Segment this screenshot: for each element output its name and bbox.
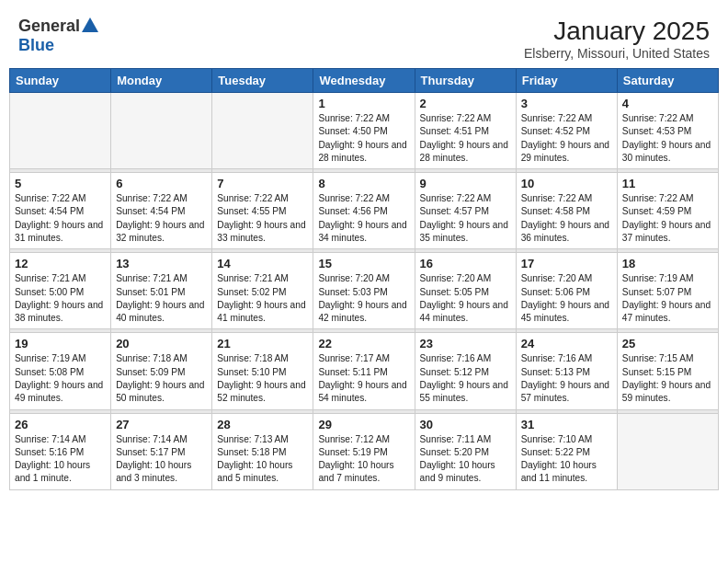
day-number: 7 <box>217 177 308 190</box>
day-info: Sunrise: 7:22 AMSunset: 4:52 PMDaylight:… <box>521 112 612 165</box>
day-info: Sunrise: 7:22 AMSunset: 4:56 PMDaylight:… <box>318 192 409 245</box>
page-subtitle: Elsberry, Missouri, United States <box>524 46 710 61</box>
day-info: Sunrise: 7:16 AMSunset: 5:12 PMDaylight:… <box>420 352 511 405</box>
day-info: Sunrise: 7:20 AMSunset: 5:05 PMDaylight:… <box>420 272 511 325</box>
day-info: Sunrise: 7:21 AMSunset: 5:01 PMDaylight:… <box>116 272 207 325</box>
day-number: 29 <box>318 418 409 431</box>
table-row: 7Sunrise: 7:22 AMSunset: 4:55 PMDaylight… <box>212 173 313 249</box>
table-row: 12Sunrise: 7:21 AMSunset: 5:00 PMDayligh… <box>10 253 111 329</box>
col-saturday: Saturday <box>617 69 718 93</box>
calendar-week-2: 5Sunrise: 7:22 AMSunset: 4:54 PMDaylight… <box>10 173 719 249</box>
table-row: 4Sunrise: 7:22 AMSunset: 4:53 PMDaylight… <box>617 93 718 169</box>
day-number: 16 <box>420 257 511 270</box>
day-number: 24 <box>521 337 612 350</box>
calendar-table: Sunday Monday Tuesday Wednesday Thursday… <box>9 68 719 490</box>
table-row: 14Sunrise: 7:21 AMSunset: 5:02 PMDayligh… <box>212 253 313 329</box>
day-info: Sunrise: 7:22 AMSunset: 4:51 PMDaylight:… <box>420 112 511 165</box>
day-number: 11 <box>622 177 713 190</box>
day-info: Sunrise: 7:10 AMSunset: 5:22 PMDaylight:… <box>521 433 612 486</box>
col-tuesday: Tuesday <box>212 69 313 93</box>
day-info: Sunrise: 7:21 AMSunset: 5:02 PMDaylight:… <box>217 272 308 325</box>
day-number: 20 <box>116 337 207 350</box>
day-info: Sunrise: 7:19 AMSunset: 5:08 PMDaylight:… <box>15 352 106 405</box>
day-number: 31 <box>521 418 612 431</box>
day-number: 9 <box>420 177 511 190</box>
page-title: January 2025 <box>524 17 710 46</box>
day-number: 23 <box>420 337 511 350</box>
day-info: Sunrise: 7:14 AMSunset: 5:16 PMDaylight:… <box>15 433 106 486</box>
col-monday: Monday <box>111 69 212 93</box>
logo-text-blue: Blue <box>18 36 54 54</box>
day-info: Sunrise: 7:22 AMSunset: 4:54 PMDaylight:… <box>15 192 106 245</box>
day-number: 1 <box>318 97 409 110</box>
day-info: Sunrise: 7:22 AMSunset: 4:50 PMDaylight:… <box>318 112 409 165</box>
table-row: 3Sunrise: 7:22 AMSunset: 4:52 PMDaylight… <box>516 93 617 169</box>
day-info: Sunrise: 7:18 AMSunset: 5:09 PMDaylight:… <box>116 352 207 405</box>
day-number: 12 <box>15 257 106 270</box>
day-number: 5 <box>15 177 106 190</box>
day-number: 13 <box>116 257 207 270</box>
day-info: Sunrise: 7:16 AMSunset: 5:13 PMDaylight:… <box>521 352 612 405</box>
day-number: 10 <box>521 177 612 190</box>
day-number: 18 <box>622 257 713 270</box>
day-info: Sunrise: 7:17 AMSunset: 5:11 PMDaylight:… <box>318 352 409 405</box>
table-row: 11Sunrise: 7:22 AMSunset: 4:59 PMDayligh… <box>617 173 718 249</box>
col-sunday: Sunday <box>10 69 111 93</box>
table-row: 28Sunrise: 7:13 AMSunset: 5:18 PMDayligh… <box>212 413 313 489</box>
table-row: 24Sunrise: 7:16 AMSunset: 5:13 PMDayligh… <box>516 333 617 409</box>
day-number: 14 <box>217 257 308 270</box>
table-row: 30Sunrise: 7:11 AMSunset: 5:20 PMDayligh… <box>415 413 516 489</box>
day-number: 4 <box>622 97 713 110</box>
table-row <box>111 93 212 169</box>
table-row: 1Sunrise: 7:22 AMSunset: 4:50 PMDaylight… <box>313 93 415 169</box>
day-number: 30 <box>420 418 511 431</box>
day-info: Sunrise: 7:18 AMSunset: 5:10 PMDaylight:… <box>217 352 308 405</box>
day-info: Sunrise: 7:22 AMSunset: 4:59 PMDaylight:… <box>622 192 713 245</box>
svg-marker-0 <box>82 17 98 32</box>
day-info: Sunrise: 7:15 AMSunset: 5:15 PMDaylight:… <box>622 352 713 405</box>
table-row: 19Sunrise: 7:19 AMSunset: 5:08 PMDayligh… <box>10 333 111 409</box>
table-row <box>10 93 111 169</box>
col-friday: Friday <box>516 69 617 93</box>
table-row: 15Sunrise: 7:20 AMSunset: 5:03 PMDayligh… <box>313 253 415 329</box>
day-info: Sunrise: 7:21 AMSunset: 5:00 PMDaylight:… <box>15 272 106 325</box>
day-number: 17 <box>521 257 612 270</box>
table-row: 27Sunrise: 7:14 AMSunset: 5:17 PMDayligh… <box>111 413 212 489</box>
calendar-week-1: 1Sunrise: 7:22 AMSunset: 4:50 PMDaylight… <box>10 93 719 169</box>
day-number: 19 <box>15 337 106 350</box>
table-row: 2Sunrise: 7:22 AMSunset: 4:51 PMDaylight… <box>415 93 516 169</box>
day-info: Sunrise: 7:11 AMSunset: 5:20 PMDaylight:… <box>420 433 511 486</box>
page-header: General Blue January 2025 Elsberry, Miss… <box>9 9 719 64</box>
day-info: Sunrise: 7:22 AMSunset: 4:53 PMDaylight:… <box>622 112 713 165</box>
day-info: Sunrise: 7:12 AMSunset: 5:19 PMDaylight:… <box>318 433 409 486</box>
day-number: 6 <box>116 177 207 190</box>
day-number: 3 <box>521 97 612 110</box>
table-row: 13Sunrise: 7:21 AMSunset: 5:01 PMDayligh… <box>111 253 212 329</box>
day-number: 27 <box>116 418 207 431</box>
table-row: 29Sunrise: 7:12 AMSunset: 5:19 PMDayligh… <box>313 413 415 489</box>
day-info: Sunrise: 7:14 AMSunset: 5:17 PMDaylight:… <box>116 433 207 486</box>
table-row: 20Sunrise: 7:18 AMSunset: 5:09 PMDayligh… <box>111 333 212 409</box>
table-row: 9Sunrise: 7:22 AMSunset: 4:57 PMDaylight… <box>415 173 516 249</box>
day-info: Sunrise: 7:22 AMSunset: 4:55 PMDaylight:… <box>217 192 308 245</box>
col-thursday: Thursday <box>415 69 516 93</box>
table-row: 6Sunrise: 7:22 AMSunset: 4:54 PMDaylight… <box>111 173 212 249</box>
day-number: 2 <box>420 97 511 110</box>
day-number: 8 <box>318 177 409 190</box>
table-row: 16Sunrise: 7:20 AMSunset: 5:05 PMDayligh… <box>415 253 516 329</box>
logo-text-general: General <box>18 17 80 36</box>
day-info: Sunrise: 7:22 AMSunset: 4:54 PMDaylight:… <box>116 192 207 245</box>
table-row: 25Sunrise: 7:15 AMSunset: 5:15 PMDayligh… <box>617 333 718 409</box>
table-row: 23Sunrise: 7:16 AMSunset: 5:12 PMDayligh… <box>415 333 516 409</box>
logo: General Blue <box>18 17 98 55</box>
table-row: 10Sunrise: 7:22 AMSunset: 4:58 PMDayligh… <box>516 173 617 249</box>
title-block: January 2025 Elsberry, Missouri, United … <box>524 17 710 61</box>
calendar-header-row: Sunday Monday Tuesday Wednesday Thursday… <box>10 69 719 93</box>
day-number: 25 <box>622 337 713 350</box>
table-row <box>617 413 718 489</box>
table-row: 31Sunrise: 7:10 AMSunset: 5:22 PMDayligh… <box>516 413 617 489</box>
calendar-week-4: 19Sunrise: 7:19 AMSunset: 5:08 PMDayligh… <box>10 333 719 409</box>
day-info: Sunrise: 7:20 AMSunset: 5:03 PMDaylight:… <box>318 272 409 325</box>
day-number: 21 <box>217 337 308 350</box>
day-number: 15 <box>318 257 409 270</box>
